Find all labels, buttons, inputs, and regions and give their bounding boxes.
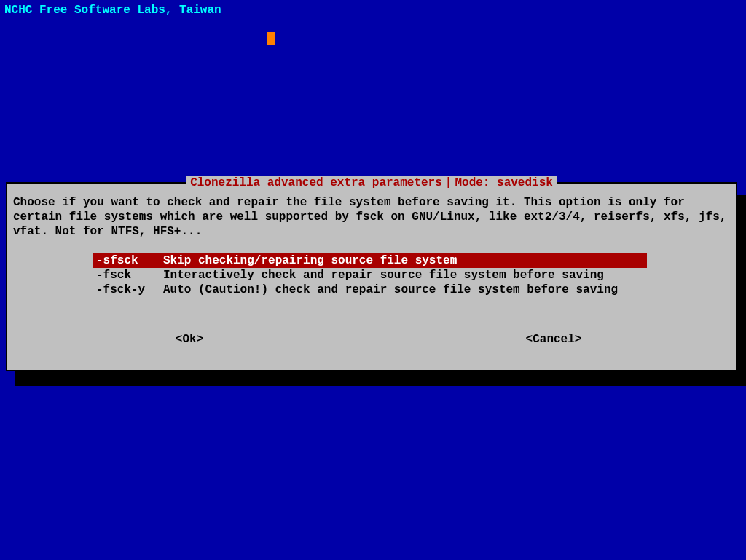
option-desc: Skip checking/repairing source file syst… (163, 253, 457, 268)
ok-button[interactable]: <Ok> (7, 332, 372, 347)
dialog-title-right: Mode: savedisk (455, 176, 552, 189)
option-desc: Auto (Caution!) check and repair source … (163, 283, 618, 297)
dialog-title-left: Clonezilla advanced extra parameters (190, 176, 442, 189)
option-key: -sfsck (93, 253, 163, 268)
dialog-prompt: Choose if you want to check and repair t… (13, 195, 730, 239)
option-menu[interactable]: -sfsck Skip checking/repairing source fi… (93, 253, 654, 297)
text-cursor (267, 32, 275, 45)
dialog-box: Clonezilla advanced extra parameters|Mod… (6, 182, 737, 371)
cancel-button[interactable]: <Cancel> (372, 332, 736, 347)
option-fsck[interactable]: -fsck Interactively check and repair sou… (93, 268, 654, 283)
pipe-separator: | (445, 176, 452, 189)
terminal-screen: NCHC Free Software Labs, Taiwan Clonezil… (0, 0, 746, 560)
option-key: -fsck (93, 268, 163, 283)
dialog-buttons: <Ok> <Cancel> (7, 332, 736, 347)
dialog-shadow-right (737, 195, 746, 386)
dialog-title: Clonezilla advanced extra parameters|Mod… (186, 176, 557, 190)
option-fsck-y[interactable]: -fsck-y Auto (Caution!) check and repair… (93, 283, 654, 297)
dialog-title-bar: Clonezilla advanced extra parameters|Mod… (7, 176, 736, 190)
header-text: NCHC Free Software Labs, Taiwan (4, 3, 221, 17)
option-desc: Interactively check and repair source fi… (163, 268, 604, 283)
option-sfsck[interactable]: -sfsck Skip checking/repairing source fi… (93, 253, 647, 268)
dialog-shadow-bottom (15, 371, 746, 386)
option-key: -fsck-y (93, 283, 163, 297)
